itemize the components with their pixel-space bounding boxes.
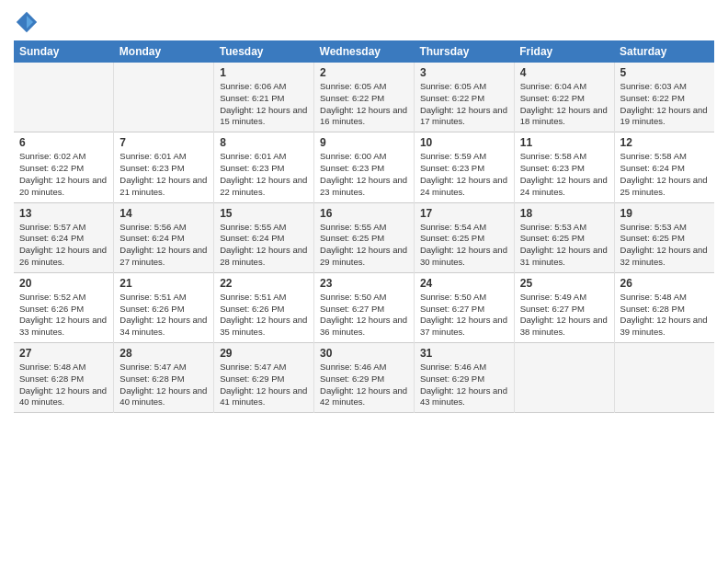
cell-info: Sunrise: 6:01 AM Sunset: 6:23 PM Dayligh…	[220, 151, 308, 198]
calendar-cell: 31Sunrise: 5:46 AM Sunset: 6:29 PM Dayli…	[414, 343, 514, 413]
day-number: 7	[119, 136, 208, 149]
cell-info: Sunrise: 5:55 AM Sunset: 6:24 PM Dayligh…	[220, 222, 308, 269]
day-number: 21	[119, 277, 208, 290]
calendar-cell: 9Sunrise: 6:00 AM Sunset: 6:23 PM Daylig…	[314, 132, 415, 202]
day-number: 14	[119, 207, 208, 220]
cell-info: Sunrise: 5:58 AM Sunset: 6:24 PM Dayligh…	[620, 151, 709, 198]
day-number: 23	[320, 277, 408, 290]
calendar-cell: 14Sunrise: 5:56 AM Sunset: 6:24 PM Dayli…	[114, 202, 214, 272]
day-number: 16	[320, 207, 408, 220]
day-number: 15	[220, 207, 308, 220]
calendar-cell: 19Sunrise: 5:53 AM Sunset: 6:25 PM Dayli…	[614, 202, 714, 272]
calendar-week-row: 27Sunrise: 5:48 AM Sunset: 6:28 PM Dayli…	[14, 343, 714, 413]
cell-info: Sunrise: 5:55 AM Sunset: 6:25 PM Dayligh…	[320, 222, 408, 269]
day-header-wednesday: Wednesday	[314, 40, 415, 63]
calendar-cell: 21Sunrise: 5:51 AM Sunset: 6:26 PM Dayli…	[114, 272, 214, 342]
calendar-cell: 27Sunrise: 5:48 AM Sunset: 6:28 PM Dayli…	[14, 343, 114, 413]
header	[14, 9, 714, 35]
day-number: 19	[620, 207, 709, 220]
cell-info: Sunrise: 5:53 AM Sunset: 6:25 PM Dayligh…	[520, 222, 609, 269]
day-number: 22	[220, 277, 308, 290]
calendar-cell: 17Sunrise: 5:54 AM Sunset: 6:25 PM Dayli…	[414, 202, 514, 272]
cell-info: Sunrise: 5:46 AM Sunset: 6:29 PM Dayligh…	[420, 362, 508, 408]
calendar-cell: 20Sunrise: 5:52 AM Sunset: 6:26 PM Dayli…	[14, 272, 114, 342]
day-header-tuesday: Tuesday	[214, 40, 314, 63]
cell-info: Sunrise: 6:04 AM Sunset: 6:22 PM Dayligh…	[520, 81, 609, 128]
cell-info: Sunrise: 5:48 AM Sunset: 6:28 PM Dayligh…	[620, 292, 709, 339]
cell-info: Sunrise: 6:03 AM Sunset: 6:22 PM Dayligh…	[620, 81, 709, 128]
calendar-table: SundayMondayTuesdayWednesdayThursdayFrid…	[14, 40, 714, 413]
calendar-cell	[614, 343, 714, 413]
day-header-monday: Monday	[114, 40, 214, 63]
day-number: 31	[420, 347, 508, 360]
day-header-friday: Friday	[514, 40, 614, 63]
cell-info: Sunrise: 6:05 AM Sunset: 6:22 PM Dayligh…	[420, 81, 508, 128]
calendar-header-row: SundayMondayTuesdayWednesdayThursdayFrid…	[14, 40, 714, 63]
calendar-cell: 7Sunrise: 6:01 AM Sunset: 6:23 PM Daylig…	[114, 132, 214, 202]
calendar-cell: 28Sunrise: 5:47 AM Sunset: 6:28 PM Dayli…	[114, 343, 214, 413]
calendar-cell: 22Sunrise: 5:51 AM Sunset: 6:26 PM Dayli…	[214, 272, 314, 342]
calendar-cell: 8Sunrise: 6:01 AM Sunset: 6:23 PM Daylig…	[214, 132, 314, 202]
calendar-cell: 2Sunrise: 6:05 AM Sunset: 6:22 PM Daylig…	[314, 63, 415, 132]
day-header-sunday: Sunday	[14, 40, 114, 63]
day-number: 27	[19, 347, 108, 360]
cell-info: Sunrise: 5:52 AM Sunset: 6:26 PM Dayligh…	[19, 292, 108, 339]
cell-info: Sunrise: 5:51 AM Sunset: 6:26 PM Dayligh…	[119, 292, 208, 339]
calendar-cell: 23Sunrise: 5:50 AM Sunset: 6:27 PM Dayli…	[314, 272, 415, 342]
day-number: 17	[420, 207, 508, 220]
day-number: 2	[320, 66, 408, 79]
calendar-cell: 13Sunrise: 5:57 AM Sunset: 6:24 PM Dayli…	[14, 202, 114, 272]
day-number: 1	[220, 66, 308, 79]
cell-info: Sunrise: 5:59 AM Sunset: 6:23 PM Dayligh…	[420, 151, 508, 198]
day-number: 20	[19, 277, 108, 290]
day-number: 18	[520, 207, 609, 220]
day-number: 5	[620, 66, 709, 79]
calendar-cell: 29Sunrise: 5:47 AM Sunset: 6:29 PM Dayli…	[214, 343, 314, 413]
calendar-cell: 24Sunrise: 5:50 AM Sunset: 6:27 PM Dayli…	[414, 272, 514, 342]
day-number: 3	[420, 66, 508, 79]
calendar-cell: 26Sunrise: 5:48 AM Sunset: 6:28 PM Dayli…	[614, 272, 714, 342]
cell-info: Sunrise: 6:05 AM Sunset: 6:22 PM Dayligh…	[320, 81, 408, 128]
calendar-cell: 10Sunrise: 5:59 AM Sunset: 6:23 PM Dayli…	[414, 132, 514, 202]
page-container: SundayMondayTuesdayWednesdayThursdayFrid…	[0, 0, 728, 422]
day-header-thursday: Thursday	[414, 40, 514, 63]
day-number: 28	[119, 347, 208, 360]
cell-info: Sunrise: 6:06 AM Sunset: 6:21 PM Dayligh…	[220, 81, 308, 128]
cell-info: Sunrise: 5:57 AM Sunset: 6:24 PM Dayligh…	[19, 222, 108, 269]
calendar-cell: 30Sunrise: 5:46 AM Sunset: 6:29 PM Dayli…	[314, 343, 415, 413]
logo	[14, 9, 43, 35]
calendar-week-row: 20Sunrise: 5:52 AM Sunset: 6:26 PM Dayli…	[14, 272, 714, 342]
calendar-cell: 1Sunrise: 6:06 AM Sunset: 6:21 PM Daylig…	[214, 63, 314, 132]
day-number: 12	[620, 136, 709, 149]
day-number: 6	[19, 136, 108, 149]
cell-info: Sunrise: 5:48 AM Sunset: 6:28 PM Dayligh…	[19, 362, 108, 408]
cell-info: Sunrise: 5:51 AM Sunset: 6:26 PM Dayligh…	[220, 292, 308, 339]
cell-info: Sunrise: 5:47 AM Sunset: 6:29 PM Dayligh…	[220, 362, 308, 408]
calendar-cell	[514, 343, 614, 413]
calendar-week-row: 1Sunrise: 6:06 AM Sunset: 6:21 PM Daylig…	[14, 63, 714, 132]
day-number: 8	[220, 136, 308, 149]
calendar-cell: 3Sunrise: 6:05 AM Sunset: 6:22 PM Daylig…	[414, 63, 514, 132]
cell-info: Sunrise: 5:56 AM Sunset: 6:24 PM Dayligh…	[119, 222, 208, 269]
calendar-cell: 5Sunrise: 6:03 AM Sunset: 6:22 PM Daylig…	[614, 63, 714, 132]
calendar-cell: 4Sunrise: 6:04 AM Sunset: 6:22 PM Daylig…	[514, 63, 614, 132]
cell-info: Sunrise: 5:58 AM Sunset: 6:23 PM Dayligh…	[520, 151, 609, 198]
logo-icon	[14, 9, 40, 35]
calendar-cell	[14, 63, 114, 132]
cell-info: Sunrise: 6:01 AM Sunset: 6:23 PM Dayligh…	[119, 151, 208, 198]
cell-info: Sunrise: 5:53 AM Sunset: 6:25 PM Dayligh…	[620, 222, 709, 269]
day-number: 13	[19, 207, 108, 220]
day-header-saturday: Saturday	[614, 40, 714, 63]
cell-info: Sunrise: 6:00 AM Sunset: 6:23 PM Dayligh…	[320, 151, 408, 198]
day-number: 25	[520, 277, 609, 290]
calendar-cell: 12Sunrise: 5:58 AM Sunset: 6:24 PM Dayli…	[614, 132, 714, 202]
calendar-week-row: 13Sunrise: 5:57 AM Sunset: 6:24 PM Dayli…	[14, 202, 714, 272]
day-number: 9	[320, 136, 408, 149]
day-number: 30	[320, 347, 408, 360]
day-number: 10	[420, 136, 508, 149]
day-number: 29	[220, 347, 308, 360]
cell-info: Sunrise: 5:50 AM Sunset: 6:27 PM Dayligh…	[320, 292, 408, 339]
calendar-cell: 11Sunrise: 5:58 AM Sunset: 6:23 PM Dayli…	[514, 132, 614, 202]
calendar-cell: 25Sunrise: 5:49 AM Sunset: 6:27 PM Dayli…	[514, 272, 614, 342]
cell-info: Sunrise: 5:50 AM Sunset: 6:27 PM Dayligh…	[420, 292, 508, 339]
